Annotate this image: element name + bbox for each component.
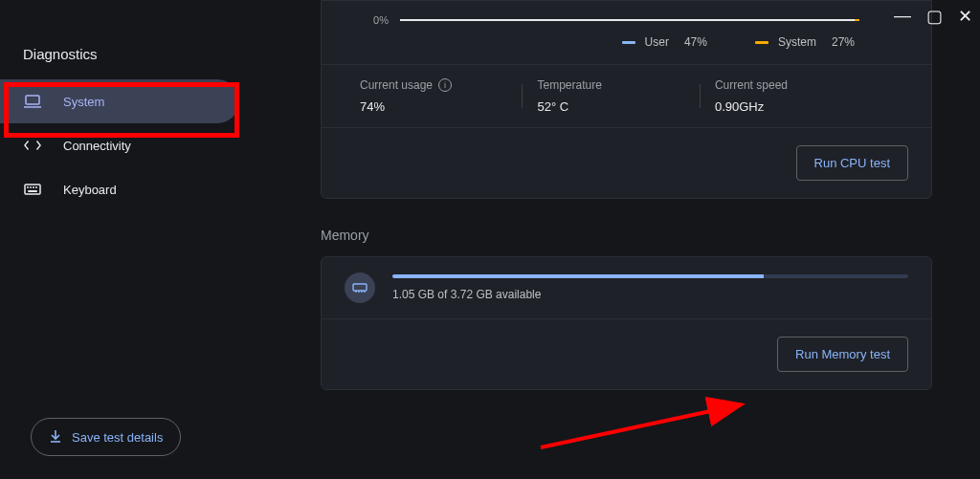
- save-test-details-button[interactable]: Save test details: [31, 418, 181, 456]
- run-cpu-test-button[interactable]: Run CPU test: [796, 145, 908, 181]
- sidebar-item-label: Keyboard: [63, 183, 117, 197]
- sidebar-item-keyboard[interactable]: Keyboard: [0, 167, 239, 211]
- stat-label: Current usage i: [360, 78, 537, 92]
- stat-temperature: Temperature 52° C: [537, 78, 714, 114]
- run-memory-test-button[interactable]: Run Memory test: [777, 337, 908, 372]
- sidebar: Diagnostics System Connectivity Keyboard: [0, 0, 268, 479]
- cpu-card: 0% User 47% System 27%: [321, 0, 932, 199]
- save-test-details-label: Save test details: [72, 430, 163, 445]
- memory-top: 1.05 GB of 3.72 GB available: [322, 257, 931, 319]
- svg-rect-8: [353, 284, 367, 291]
- sidebar-item-system[interactable]: System: [0, 79, 239, 123]
- memory-bar-fill: [392, 274, 764, 278]
- chart-baseline: [400, 19, 859, 21]
- cpu-chart: 0% User 47% System 27%: [322, 1, 931, 64]
- svg-rect-0: [26, 96, 39, 104]
- legend-user: User 47%: [622, 35, 707, 49]
- legend-user-label: User: [645, 35, 669, 49]
- close-icon[interactable]: ✕: [958, 6, 972, 27]
- current-usage-value: 74%: [360, 99, 537, 114]
- maximize-icon[interactable]: ▢: [926, 6, 943, 27]
- cpu-stats-row: Current usage i 74% Temperature 52° C Cu…: [322, 64, 931, 128]
- sidebar-item-label: Connectivity: [63, 139, 131, 153]
- laptop-icon: [23, 95, 42, 108]
- download-icon: [49, 429, 62, 446]
- stat-current-speed: Current speed 0.90GHz: [715, 78, 892, 114]
- svg-rect-2: [25, 185, 40, 194]
- info-icon[interactable]: i: [438, 78, 452, 92]
- memory-bar: [392, 274, 908, 278]
- legend-system: System 27%: [755, 35, 855, 49]
- current-speed-label: Current speed: [715, 78, 892, 92]
- memory-available-text: 1.05 GB of 3.72 GB available: [392, 288, 908, 301]
- cpu-action-row: Run CPU test: [322, 128, 931, 198]
- current-usage-label: Current usage: [360, 78, 433, 92]
- memory-card: 1.05 GB of 3.72 GB available Run Memory …: [321, 256, 932, 390]
- minimize-icon[interactable]: —: [894, 6, 911, 27]
- memory-section-title: Memory: [321, 228, 932, 243]
- chart-axis-label: 0%: [360, 14, 389, 26]
- temperature-label: Temperature: [537, 78, 714, 92]
- sidebar-item-label: System: [63, 95, 104, 109]
- memory-action-row: Run Memory test: [322, 319, 931, 389]
- connectivity-icon: [23, 139, 42, 152]
- memory-icon: [345, 272, 375, 303]
- legend-user-value: 47%: [684, 35, 707, 49]
- memory-bar-section: 1.05 GB of 3.72 GB available: [392, 274, 908, 301]
- stat-current-usage: Current usage i 74%: [360, 78, 537, 114]
- main: 0% User 47% System 27%: [268, 0, 980, 479]
- keyboard-icon: [23, 184, 42, 195]
- page-title: Diagnostics: [0, 46, 268, 79]
- current-speed-value: 0.90GHz: [715, 99, 892, 114]
- legend-swatch-system: [755, 41, 768, 44]
- cpu-legend: User 47% System 27%: [360, 28, 893, 49]
- legend-swatch-user: [622, 41, 635, 44]
- temperature-value: 52° C: [537, 99, 714, 114]
- sidebar-item-connectivity[interactable]: Connectivity: [0, 123, 239, 167]
- legend-system-label: System: [778, 35, 816, 49]
- legend-system-value: 27%: [832, 35, 855, 49]
